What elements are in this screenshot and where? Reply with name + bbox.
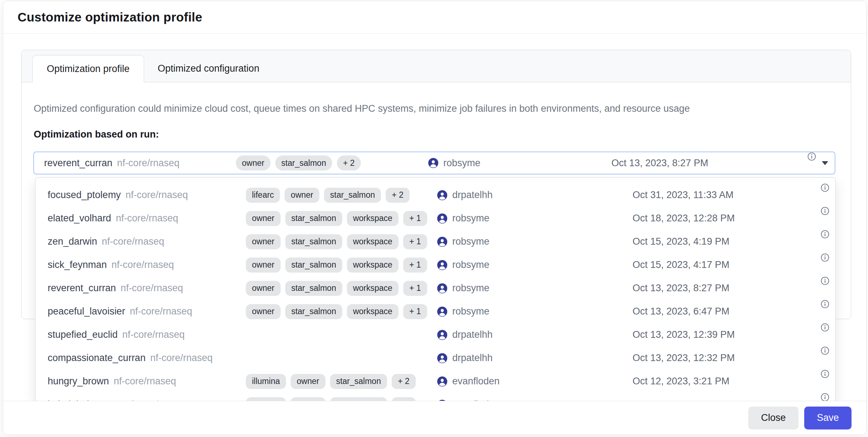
run-name-project: peaceful_lavoisiernf-core/rnaseq <box>48 300 192 323</box>
user-avatar-icon <box>428 158 438 168</box>
run-tag-pill: + 2 <box>386 188 410 203</box>
run-username: robsyme <box>452 236 490 247</box>
run-username: drpatelhh <box>452 189 493 201</box>
run-username: robsyme <box>452 259 490 270</box>
run-project: nf-core/rnaseq <box>122 329 185 340</box>
run-tag-pill: illumina <box>246 374 286 389</box>
run-tag-pill: + 2 <box>392 374 416 389</box>
user-avatar-icon <box>437 353 447 363</box>
info-icon[interactable] <box>821 346 829 355</box>
run-name: hungry_brown <box>48 376 109 387</box>
run-option-row[interactable]: peaceful_lavoisiernf-core/rnaseqownersta… <box>35 300 835 323</box>
tab-bar: Optimization profile Optimized configura… <box>22 50 851 82</box>
run-project: nf-core/rnaseq <box>130 306 192 317</box>
run-option-row[interactable]: lethal_boltzmannnf-core/rnaseqilluminaow… <box>35 393 835 402</box>
info-icon[interactable] <box>821 207 829 215</box>
run-name-project: zen_darwinnf-core/rnaseq <box>48 230 164 253</box>
run-user: robsyme <box>437 277 490 300</box>
tab-optimized-configuration[interactable]: Optimized configuration <box>144 55 273 82</box>
tab-label: Optimization profile <box>47 63 129 75</box>
run-tag-pill: workspace <box>347 304 399 319</box>
info-icon[interactable] <box>821 253 829 262</box>
info-icon[interactable] <box>821 300 829 308</box>
run-name-project: hungry_brownnf-core/rnaseq <box>48 370 176 393</box>
run-date: Oct 12, 2023, 2:20 PM <box>633 393 729 402</box>
run-username: drpatelhh <box>452 352 493 364</box>
run-option-row[interactable]: focused_ptolemynf-core/rnaseqlifearcowne… <box>35 183 835 207</box>
run-project: nf-core/rnaseq <box>111 259 174 270</box>
run-date: Oct 12, 2023, 3:21 PM <box>633 370 729 393</box>
run-tag-pill: + 1 <box>403 258 427 273</box>
run-option-row[interactable]: sick_feynmannf-core/rnaseqownerstar_salm… <box>35 253 835 277</box>
run-tag-pill: + 1 <box>403 281 427 296</box>
selected-run-user: robsyme <box>428 152 481 174</box>
run-select-combobox[interactable]: reverent_curran nf-core/rnaseq ownerstar… <box>33 152 835 174</box>
run-tag-pill: owner <box>236 155 271 171</box>
run-tag-pill: workspace <box>347 258 399 273</box>
user-avatar-icon <box>437 190 447 200</box>
run-project: nf-core/rnaseq <box>116 213 178 224</box>
selected-run-project: nf-core/rnaseq <box>117 158 180 169</box>
user-avatar-icon <box>437 330 447 340</box>
run-username: robsyme <box>452 306 490 317</box>
run-picker-label: Optimization based on run: <box>34 129 159 140</box>
run-user: robsyme <box>437 300 490 323</box>
info-icon[interactable] <box>821 323 829 332</box>
run-date: Oct 13, 2023, 8:27 PM <box>633 277 729 300</box>
run-option-row[interactable]: zen_darwinnf-core/rnaseqownerstar_salmon… <box>35 230 835 253</box>
run-username: drpatelhh <box>452 329 493 340</box>
close-button[interactable]: Close <box>748 407 798 429</box>
run-tags: ownerstar_salmonworkspace+ 1 <box>246 230 427 253</box>
run-project: nf-core/rnaseq <box>150 352 213 364</box>
info-icon[interactable] <box>821 393 829 402</box>
run-tag-pill: owner <box>246 258 281 273</box>
dialog-header: Customize optimization profile <box>3 1 866 34</box>
info-icon[interactable] <box>807 152 816 161</box>
run-option-row[interactable]: stupefied_euclidnf-core/rnaseqdrpatelhhO… <box>35 323 835 346</box>
run-user: robsyme <box>437 230 490 253</box>
run-date: Oct 13, 2023, 12:39 PM <box>633 323 735 346</box>
run-date: Oct 18, 2023, 12:28 PM <box>633 207 735 230</box>
info-icon[interactable] <box>821 230 829 239</box>
run-tag-pill: star_salmon <box>285 211 342 226</box>
run-option-row[interactable]: compassionate_currannf-core/rnaseqdrpate… <box>35 346 835 370</box>
run-name: sick_feynman <box>48 259 107 270</box>
dropdown-caret-icon[interactable] <box>822 152 828 174</box>
info-icon[interactable] <box>821 370 829 378</box>
tab-optimization-profile[interactable]: Optimization profile <box>32 55 144 82</box>
run-tag-pill: + 1 <box>403 304 427 319</box>
run-option-row[interactable]: hungry_brownnf-core/rnaseqilluminaowners… <box>35 370 835 393</box>
run-user: evanfloden <box>437 393 500 402</box>
run-option-row[interactable]: reverent_currannf-core/rnaseqownerstar_s… <box>35 277 835 300</box>
save-button[interactable]: Save <box>804 407 852 429</box>
run-date: Oct 31, 2023, 11:33 AM <box>633 183 734 207</box>
run-date: Oct 13, 2023, 12:32 PM <box>633 346 735 370</box>
run-name: compassionate_curran <box>48 352 146 364</box>
run-tag-pill: owner <box>246 211 281 226</box>
run-username: evanfloden <box>452 376 500 387</box>
run-project: nf-core/rnaseq <box>114 376 176 387</box>
run-tag-pill: + 2 <box>337 155 361 171</box>
run-tag-pill: star_salmon <box>285 258 342 273</box>
run-name-project: sick_feynmannf-core/rnaseq <box>48 253 174 277</box>
run-user: robsyme <box>437 207 490 230</box>
run-option-row[interactable]: elated_volhardnf-core/rnaseqownerstar_sa… <box>35 207 835 230</box>
selected-run-name-project: reverent_curran nf-core/rnaseq <box>44 152 180 174</box>
run-user: evanfloden <box>437 370 500 393</box>
user-avatar-icon <box>437 376 447 386</box>
run-user: robsyme <box>437 253 490 277</box>
user-avatar-icon <box>437 237 447 247</box>
run-project: nf-core/rnaseq <box>121 283 183 294</box>
run-project: nf-core/rnaseq <box>102 236 164 247</box>
run-name-project: lethal_boltzmannnf-core/rnaseq <box>48 393 188 402</box>
info-icon[interactable] <box>821 277 829 285</box>
run-tag-pill: owner <box>246 234 281 249</box>
run-tags: illuminaownerstar_salmon+ 2 <box>246 393 416 402</box>
run-tags: lifearcownerstar_salmon+ 2 <box>246 183 410 207</box>
run-tag-pill: star_salmon <box>285 234 342 249</box>
run-tags: ownerstar_salmonworkspace+ 1 <box>246 277 427 300</box>
info-icon[interactable] <box>821 183 829 192</box>
run-tag-pill: owner <box>246 304 281 319</box>
user-avatar-icon <box>437 307 447 317</box>
run-name: reverent_curran <box>48 283 116 294</box>
